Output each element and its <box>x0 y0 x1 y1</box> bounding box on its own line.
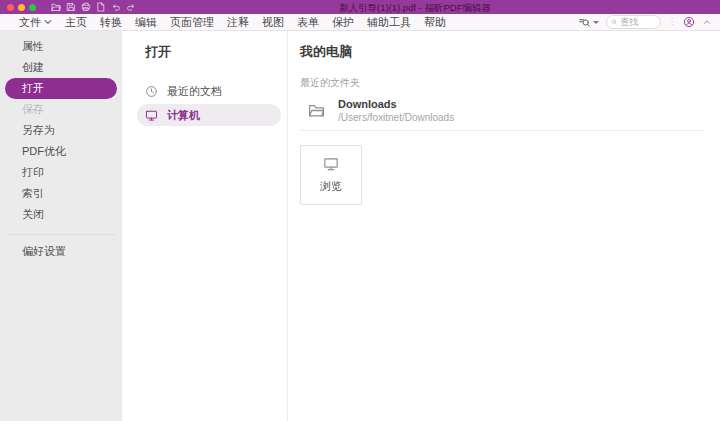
menu-item-page-management[interactable]: 页面管理 <box>170 15 214 30</box>
monitor-icon <box>323 156 339 172</box>
menu-item-file[interactable]: 文件 <box>19 15 52 30</box>
menu-item-edit[interactable]: 编辑 <box>135 15 157 30</box>
menu-item-accessibility[interactable]: 辅助工具 <box>367 15 411 30</box>
menu-item-comment[interactable]: 注释 <box>227 15 249 30</box>
recent-folders-label: 最近的文件夹 <box>300 76 704 90</box>
sidebar-item-properties[interactable]: 属性 <box>0 36 122 57</box>
computer-icon <box>145 109 158 122</box>
browse-button[interactable]: 浏览 <box>300 145 362 205</box>
open-panel: 打开 最近的文档 计算机 <box>122 31 288 421</box>
open-item-computer[interactable]: 计算机 <box>137 104 281 126</box>
chevron-down-icon <box>44 18 52 26</box>
menubar-right: ⋮ <box>578 15 712 29</box>
menu-item-protect[interactable]: 保护 <box>332 15 354 30</box>
open-location-list: 最近的文档 计算机 <box>137 80 281 126</box>
open-item-label: 计算机 <box>167 108 200 123</box>
sidebar-item-save: 保存 <box>0 99 122 120</box>
sidebar-item-create[interactable]: 创建 <box>0 57 122 78</box>
sidebar-item-index[interactable]: 索引 <box>0 183 122 204</box>
sidebar-item-open[interactable]: 打开 <box>5 78 117 99</box>
sidebar-item-pdf-optimize[interactable]: PDF优化 <box>0 141 122 162</box>
menu-item-file-label: 文件 <box>19 15 41 30</box>
recent-folder-downloads[interactable]: Downloads /Users/foxitnet/Downloads <box>300 96 704 131</box>
folder-icon <box>308 102 325 119</box>
backstage-view: 属性 创建 打开 保存 另存为 PDF优化 打印 索引 关闭 偏好设置 打开 最… <box>0 31 720 421</box>
zoom-window-button[interactable] <box>29 4 36 11</box>
minimize-window-button[interactable] <box>18 4 25 11</box>
new-document-icon[interactable] <box>96 2 106 12</box>
search-box[interactable] <box>606 15 661 29</box>
clock-icon <box>145 85 158 98</box>
find-replace-button[interactable] <box>578 16 599 29</box>
sidebar-item-close[interactable]: 关闭 <box>0 204 122 225</box>
sidebar-divider <box>7 234 115 235</box>
my-computer-panel: 我的电脑 最近的文件夹 Downloads /Users/foxitnet/Do… <box>288 31 720 421</box>
open-folder-icon[interactable] <box>51 2 61 12</box>
page-title: 我的电脑 <box>300 43 704 61</box>
folder-name: Downloads <box>338 98 454 110</box>
menu-item-convert[interactable]: 转换 <box>100 15 122 30</box>
toolbar-separator: ⋮ <box>668 18 676 26</box>
menu-item-home[interactable]: 主页 <box>65 15 87 30</box>
search-input[interactable] <box>620 17 656 27</box>
open-panel-title: 打开 <box>145 43 281 61</box>
sidebar-item-print[interactable]: 打印 <box>0 162 122 183</box>
save-icon[interactable] <box>66 2 76 12</box>
folder-path: /Users/foxitnet/Downloads <box>338 112 454 123</box>
window-title: 新人引导(1)(1).pdf - 福昕PDF编辑器 <box>110 0 720 14</box>
menu-item-form[interactable]: 表单 <box>297 15 319 30</box>
caret-down-icon <box>593 21 599 24</box>
close-window-button[interactable] <box>7 4 14 11</box>
avatar-icon <box>683 16 695 28</box>
search-icon <box>611 18 617 26</box>
open-item-label: 最近的文档 <box>167 84 222 99</box>
app-window: 新人引导(1)(1).pdf - 福昕PDF编辑器 文件 主页 转换 编辑 页面… <box>0 0 720 421</box>
account-button[interactable] <box>683 16 695 28</box>
find-replace-icon <box>578 16 591 29</box>
menubar: 文件 主页 转换 编辑 页面管理 注释 视图 表单 保护 辅助工具 帮助 ⋮ <box>0 14 720 31</box>
browse-label: 浏览 <box>320 179 342 194</box>
collapse-toolbar-button[interactable] <box>702 17 712 27</box>
sidebar-item-save-as[interactable]: 另存为 <box>0 120 122 141</box>
sidebar-item-preferences[interactable]: 偏好设置 <box>0 241 122 262</box>
print-icon[interactable] <box>81 2 91 12</box>
titlebar: 新人引导(1)(1).pdf - 福昕PDF编辑器 <box>0 0 720 14</box>
traffic-lights <box>7 4 36 11</box>
chevron-up-icon <box>702 17 712 27</box>
menu-item-help[interactable]: 帮助 <box>424 15 446 30</box>
menu-item-view[interactable]: 视图 <box>262 15 284 30</box>
file-menu-sidebar: 属性 创建 打开 保存 另存为 PDF优化 打印 索引 关闭 偏好设置 <box>0 31 122 421</box>
open-item-recent-documents[interactable]: 最近的文档 <box>137 80 281 102</box>
folder-info: Downloads /Users/foxitnet/Downloads <box>338 98 454 123</box>
